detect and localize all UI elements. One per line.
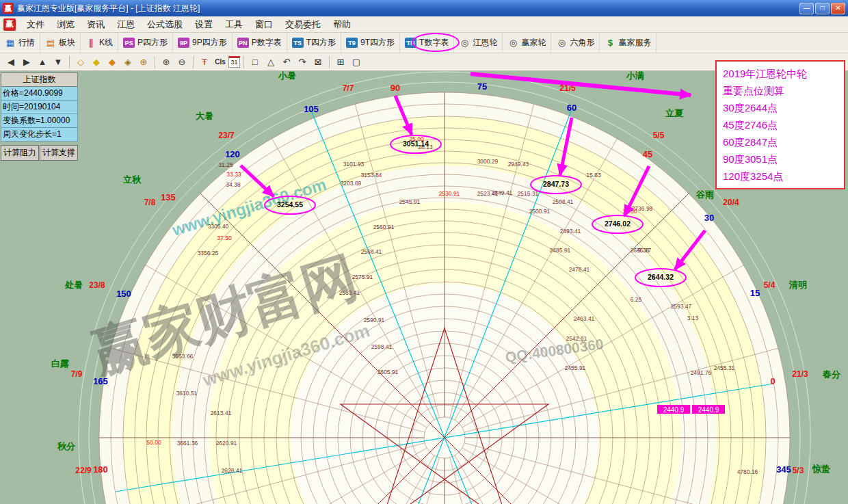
- annotation-line-3: 45度2746点: [723, 116, 838, 133]
- annotation-line-1: 重要点位测算: [723, 82, 838, 99]
- toolbar-button-10[interactable]: ◎赢家轮: [503, 33, 551, 53]
- drawing-tool-24[interactable]: ⊞: [333, 55, 348, 69]
- toolbar-button-0[interactable]: ▦行情: [0, 33, 40, 53]
- drawing-tool-2[interactable]: ▲: [35, 55, 50, 69]
- toolbar-badge-icon: TN: [405, 38, 416, 48]
- degree-label: 150: [116, 289, 131, 299]
- drawing-tool-22[interactable]: ⊠: [310, 55, 326, 69]
- toolbar-button-label: 行情: [18, 37, 35, 49]
- drawing-tool-20[interactable]: ↶: [279, 55, 294, 69]
- wheel-number: 3356.25: [198, 250, 219, 256]
- toolbar-button-2[interactable]: ∥K线: [81, 33, 118, 53]
- app-logo-icon: 赢: [3, 3, 14, 14]
- menu-item-9[interactable]: 帮助: [327, 16, 357, 33]
- wheel-number: 37.50: [217, 235, 232, 241]
- wheel-number: 6.25: [631, 296, 642, 303]
- drawing-tool-3[interactable]: ▼: [51, 55, 66, 69]
- annotation-arrow: [471, 74, 691, 95]
- toolbar-items: ▦行情▤板块∥K线PSP四方形9P9P四方形PNP数字表TST四方形T99T四方…: [0, 33, 657, 53]
- highlighted-price: 3051.14: [403, 140, 429, 148]
- drawing-tool-6[interactable]: ◆: [89, 55, 104, 69]
- hex-icon: ◎: [556, 38, 567, 47]
- index-name: 上证指数: [1, 72, 78, 87]
- wheel-icon: ◎: [507, 38, 518, 47]
- wheel-number: 2695.17: [631, 247, 652, 254]
- drawing-tool-9[interactable]: ⊕: [136, 55, 151, 69]
- menu-item-7[interactable]: 窗口: [249, 16, 279, 33]
- maximize-button[interactable]: □: [815, 3, 830, 14]
- drawing-tool-19[interactable]: △: [263, 55, 278, 69]
- toolbar-button-4[interactable]: 9P9P四方形: [173, 33, 233, 53]
- toolbar-button-label: 9P四方形: [192, 37, 227, 49]
- toolbar-badge-icon: PN: [237, 38, 249, 48]
- annotation-line-4: 60度2847点: [723, 133, 838, 150]
- menu-item-8[interactable]: 交易委托: [279, 16, 327, 33]
- drawing-tool-21[interactable]: ↷: [295, 55, 310, 69]
- menu-item-5[interactable]: 设置: [189, 16, 219, 33]
- minimize-button[interactable]: —: [799, 3, 814, 14]
- menu-item-0[interactable]: 文件: [21, 16, 51, 33]
- date-label: 7/8: [144, 198, 156, 207]
- date-label: 7/7: [343, 83, 354, 93]
- drawing-tool-25[interactable]: ▢: [349, 55, 364, 69]
- calc-button-0[interactable]: 计算阻力: [1, 145, 39, 161]
- drawing-tool-8[interactable]: ◈: [120, 55, 135, 69]
- grid-icon: ▦: [5, 38, 16, 47]
- toolbar-button-3[interactable]: PSP四方形: [118, 33, 173, 53]
- index-info-rows: 价格=2440.9099时间=20190104变换系数=1.00000周天变化步…: [1, 87, 78, 142]
- menu-item-4[interactable]: 公式选股: [141, 16, 189, 33]
- drawing-tool-14[interactable]: Ŧ: [197, 55, 212, 69]
- drawing-tool-0[interactable]: ◀: [3, 55, 18, 69]
- wheel-number: 2545.91: [399, 198, 421, 205]
- wheel-number: 2491.76: [691, 369, 712, 376]
- drawing-tool-11[interactable]: ⊕: [159, 55, 174, 69]
- close-button[interactable]: ✕: [831, 3, 845, 14]
- info-row-3: 周天变化步长=1: [1, 128, 78, 142]
- toolbar-button-12[interactable]: $赢家服务: [600, 33, 657, 53]
- drawing-tool-5[interactable]: ◇: [73, 55, 88, 69]
- toolbar-button-8[interactable]: TNT数字表: [400, 33, 454, 53]
- toolbar-button-label: T四方形: [306, 37, 336, 49]
- toolbar-badge-icon: 9P: [178, 38, 189, 48]
- toolbar-button-11[interactable]: ◎六角形: [551, 33, 600, 53]
- highlighted-price: 2847.73: [543, 180, 569, 188]
- toolbar-button-1[interactable]: ▤板块: [40, 33, 81, 53]
- menu-item-2[interactable]: 资讯: [81, 16, 111, 33]
- wheel-number: 2508.41: [553, 198, 574, 205]
- toolbar-button-5[interactable]: PNP数字表: [233, 33, 287, 53]
- wheel-icon: ◎: [459, 38, 470, 47]
- calc-button-1[interactable]: 计算支撑: [40, 145, 78, 161]
- drawing-tool-16[interactable]: 31: [228, 56, 240, 68]
- toolbar-button-6[interactable]: TST四方形: [287, 33, 341, 53]
- toolbar-separator: [155, 56, 155, 68]
- solar-term-label: 立秋: [122, 174, 142, 185]
- drawing-tool-7[interactable]: ◆: [105, 55, 120, 69]
- degree-label: 120: [225, 149, 240, 159]
- degree-label: 60: [567, 103, 577, 113]
- date-label: 5/5: [653, 131, 665, 140]
- wheel-number: 50.00: [146, 439, 161, 446]
- wheel-number: 3661.36: [177, 440, 198, 447]
- kline-icon: ∥: [85, 38, 96, 47]
- drawing-tool-1[interactable]: ▶: [19, 55, 34, 69]
- index-info-buttons: 计算阻力计算支撑: [1, 145, 78, 161]
- menu-item-1[interactable]: 浏览: [51, 16, 81, 33]
- dollar-icon: $: [605, 38, 615, 47]
- solar-term-label: 立夏: [665, 108, 684, 118]
- date-label: 5/3: [793, 466, 804, 475]
- drawing-tool-15[interactable]: Cls: [213, 55, 228, 69]
- wheel-number: 2613.41: [211, 410, 232, 416]
- wheel-number: 2530.91: [439, 190, 460, 197]
- menu-item-3[interactable]: 江恩: [111, 16, 141, 33]
- drawing-tool-12[interactable]: ⊖: [174, 55, 189, 69]
- wheel-number: 3203.69: [341, 180, 362, 187]
- drawing-tool-18[interactable]: □: [248, 55, 263, 69]
- wheel-number: 3610.51: [176, 390, 198, 397]
- title-bar: 赢 赢家江恩专业版[赢家服务平台] - [上证指数 江恩轮] — □ ✕: [0, 0, 848, 16]
- toolbar-button-7[interactable]: T99T四方形: [341, 33, 400, 53]
- toolbar-button-9[interactable]: ◎江恩轮: [454, 33, 503, 53]
- menu-item-6[interactable]: 工具: [219, 16, 249, 33]
- solar-term-label: 清明: [789, 280, 807, 290]
- blocks-icon: ▤: [45, 38, 56, 47]
- wheel-number: 34.38: [226, 181, 241, 188]
